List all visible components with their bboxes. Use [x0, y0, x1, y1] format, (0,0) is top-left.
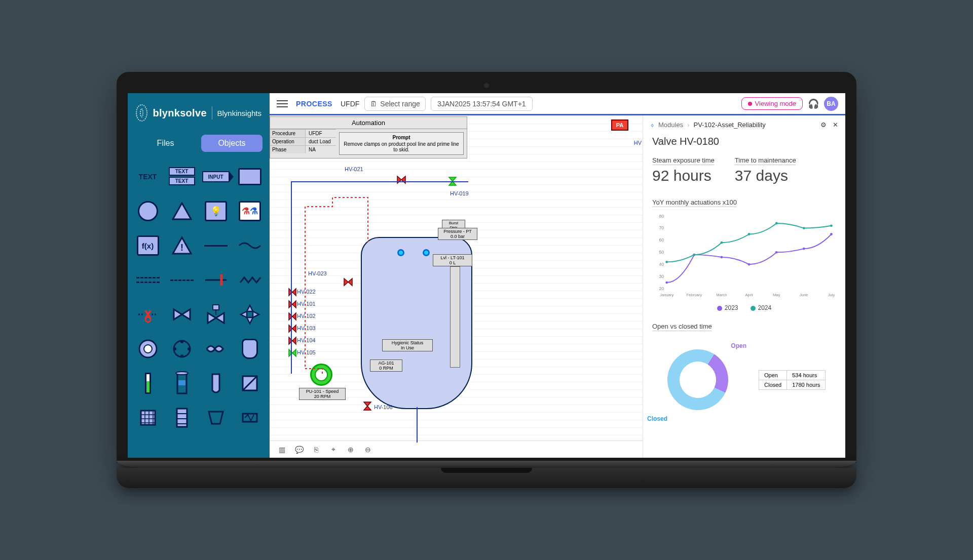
svg-marker-17 — [253, 311, 259, 317]
svg-point-82 — [803, 227, 805, 229]
pressure-box: Pressure - PT0.0 bar — [438, 228, 477, 240]
open-closed-table: Open534 hours Closed1780 hours — [759, 370, 826, 390]
palette-column-blue[interactable] — [167, 369, 197, 398]
palette-heat-exchanger[interactable] — [235, 403, 265, 432]
palette-wave[interactable] — [235, 231, 265, 260]
palette-valve-bowtie[interactable] — [167, 300, 197, 329]
palette-text[interactable]: TEXT — [133, 162, 163, 191]
brand-product: Blynkinsights — [217, 109, 261, 117]
svg-point-70 — [665, 282, 668, 284]
palette-square-diag[interactable] — [235, 369, 265, 398]
valve-icon[interactable] — [288, 288, 297, 297]
palette-flange[interactable] — [167, 334, 197, 364]
svg-point-73 — [748, 263, 751, 266]
zoom-in-icon[interactable]: ⊕ — [346, 445, 356, 455]
donut-open-label: Open — [731, 342, 746, 349]
svg-point-81 — [775, 222, 778, 225]
valve-icon[interactable] — [288, 300, 297, 309]
palette-valve-closed-red[interactable] — [133, 300, 163, 329]
svg-text:60: 60 — [659, 237, 664, 243]
svg-text:February: February — [687, 293, 702, 297]
automation-panel: Automation ProcedureUFDF Operationduct L… — [270, 116, 467, 158]
palette-infinity[interactable] — [201, 334, 231, 364]
palette-valve-cross[interactable] — [235, 300, 265, 329]
palette-circle[interactable] — [133, 196, 163, 226]
zoom-out-icon[interactable]: ⊖ — [363, 445, 373, 455]
range-label: Select range — [380, 100, 420, 108]
breadcrumb: ⬨ Modules › PV-102-Asset_Reliability ⚙ ✕ — [643, 115, 845, 133]
svg-point-23 — [173, 347, 176, 350]
palette-warning-icon[interactable]: ! — [167, 231, 197, 260]
palette-text-stack[interactable]: TEXTTEXT — [167, 162, 197, 191]
gear-icon[interactable]: ⚙ — [820, 121, 827, 129]
level-box: Lvl - LT-1010 L — [433, 254, 472, 266]
tab-objects[interactable]: Objects — [201, 135, 263, 152]
pipe — [291, 181, 468, 182]
svg-point-74 — [775, 251, 778, 254]
avatar[interactable]: BA — [824, 97, 838, 111]
valve-icon[interactable] — [288, 312, 297, 321]
palette-trap[interactable] — [201, 403, 231, 432]
palette-spring[interactable] — [235, 265, 265, 295]
valve-icon[interactable] — [288, 324, 297, 333]
palette-rect[interactable] — [235, 162, 265, 191]
target-icon[interactable]: ⌖ — [328, 445, 339, 455]
palette-lightbulb-icon[interactable]: 💡 — [201, 196, 231, 226]
svg-point-24 — [188, 347, 191, 350]
svg-point-79 — [721, 242, 723, 244]
palette-double-dash[interactable] — [133, 265, 163, 295]
add-page-icon[interactable]: ⎘ — [311, 445, 321, 455]
palette-line[interactable] — [201, 231, 231, 260]
valve-label: HV-021 — [345, 166, 363, 172]
valve-icon[interactable] — [396, 175, 406, 184]
palette-triangle[interactable] — [167, 196, 197, 226]
diagram-canvas[interactable]: Automation ProcedureUFDF Operationduct L… — [270, 115, 643, 441]
chat-icon[interactable]: 💬 — [294, 445, 304, 455]
palette-dash[interactable] — [167, 265, 197, 295]
pipe — [291, 181, 292, 374]
yoy-chart: 20304050607080JanuaryFebruaryMarchAprilM… — [652, 210, 836, 301]
svg-point-7 — [145, 317, 151, 322]
topbar: PROCESS UFDF 🗓 Select range 3JAN2025 13:… — [270, 93, 845, 115]
palette-flask-icon[interactable]: ⚗⚗ — [235, 196, 265, 226]
ovc-title: Open vs closed time — [652, 323, 836, 330]
palette-column-green[interactable] — [133, 369, 163, 398]
palette-tank[interactable] — [235, 334, 265, 364]
object-palette: TEXT TEXTTEXT INPUT 💡 ⚗⚗ f(x) ! — [128, 159, 270, 435]
sidebar: blynksolve Blynkinsights Files Objects T… — [128, 93, 270, 458]
viewing-mode-button[interactable]: Viewing mode — [741, 97, 803, 110]
asset-title: Valve HV-0180 — [652, 136, 836, 147]
valve-label: HV-019 — [450, 190, 469, 196]
svg-text:40: 40 — [659, 262, 664, 267]
close-icon[interactable]: ✕ — [833, 121, 838, 129]
tab-files[interactable]: Files — [135, 135, 196, 152]
valve-label: HV — [634, 140, 642, 146]
svg-text:June: June — [800, 293, 808, 297]
svg-text:March: March — [716, 293, 727, 297]
svg-marker-14 — [247, 305, 253, 311]
palette-tee[interactable] — [201, 265, 231, 295]
palette-valve-actuated[interactable] — [201, 300, 231, 329]
palette-vessel-small[interactable] — [201, 369, 231, 398]
support-icon[interactable]: 🎧 — [808, 98, 819, 109]
select-range-button[interactable]: 🗓 Select range — [364, 97, 426, 111]
palette-function[interactable]: f(x) — [133, 231, 163, 260]
valve-icon[interactable] — [288, 336, 297, 345]
palette-filter-stack[interactable] — [167, 403, 197, 432]
breadcrumb-root[interactable]: Modules — [658, 121, 683, 129]
menu-icon[interactable] — [277, 100, 288, 107]
valve-icon[interactable] — [363, 401, 372, 411]
process-label: PROCESS — [296, 100, 332, 108]
svg-text:April: April — [745, 293, 753, 297]
svg-marker-45 — [292, 301, 296, 308]
palette-pump[interactable] — [133, 334, 163, 364]
valve-icon[interactable] — [288, 348, 297, 357]
palette-input[interactable]: INPUT — [201, 162, 231, 191]
diagram-canvas-wrap: Automation ProcedureUFDF Operationduct L… — [270, 115, 643, 458]
brand-divider — [212, 106, 212, 119]
layers-icon[interactable]: ▥ — [277, 445, 287, 455]
svg-point-80 — [748, 233, 751, 235]
palette-mesh[interactable] — [133, 403, 163, 432]
donut-closed-label: Closed — [647, 415, 667, 422]
svg-marker-9 — [182, 309, 190, 319]
